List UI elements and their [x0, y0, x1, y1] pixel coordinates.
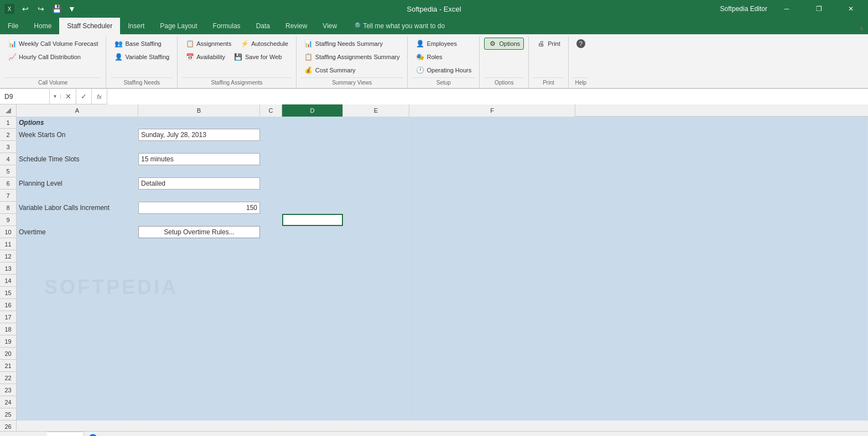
cell-empty[interactable]: [260, 311, 282, 323]
row-header-16[interactable]: 16: [0, 299, 17, 311]
cell-empty[interactable]: [260, 372, 282, 384]
cell-empty[interactable]: [409, 262, 868, 275]
cell-A10[interactable]: Overtime: [17, 226, 138, 238]
insert-function-button[interactable]: fx: [92, 89, 107, 104]
cell-F2[interactable]: [409, 129, 868, 141]
cell-A9[interactable]: [17, 214, 138, 226]
cell-empty[interactable]: [260, 360, 282, 372]
cell-empty[interactable]: [138, 396, 260, 408]
row-header-5[interactable]: 5: [0, 165, 17, 177]
row-header-22[interactable]: 22: [0, 372, 17, 384]
row-header-11[interactable]: 11: [0, 238, 17, 250]
cell-F7[interactable]: [409, 190, 868, 202]
cell-C8[interactable]: [260, 202, 282, 214]
cell-D5[interactable]: [282, 165, 343, 177]
cell-empty[interactable]: [17, 311, 138, 323]
row-header-13[interactable]: 13: [0, 262, 17, 275]
cell-empty[interactable]: [282, 396, 343, 408]
cell-empty[interactable]: [138, 287, 260, 299]
cell-B7[interactable]: [138, 190, 260, 202]
cell-empty[interactable]: [343, 323, 409, 335]
variable-staffing-button[interactable]: 👤 Variable Staffing: [111, 51, 173, 63]
cell-C11[interactable]: [260, 238, 282, 250]
cell-B8[interactable]: 150: [138, 202, 260, 214]
cell-empty[interactable]: [343, 275, 409, 287]
cell-A4[interactable]: Schedule Time Slots: [17, 153, 138, 165]
roles-button[interactable]: 🎭 Roles: [412, 51, 475, 63]
cell-empty[interactable]: [138, 360, 260, 372]
row-header-1[interactable]: 1: [0, 117, 17, 129]
cell-B11[interactable]: [138, 238, 260, 250]
cell-C7[interactable]: [260, 190, 282, 202]
maximize-button[interactable]: ❐: [806, 0, 831, 18]
undo-button[interactable]: ↩: [19, 2, 32, 15]
sheet-last-button[interactable]: ►|: [34, 433, 44, 437]
save-web-button[interactable]: 💾 Save for Web: [231, 51, 285, 63]
cell-empty[interactable]: [260, 287, 282, 299]
tab-home[interactable]: Home: [26, 18, 59, 34]
hourly-call-button[interactable]: 📈 Hourly Call Distribution: [4, 51, 101, 63]
cell-empty[interactable]: [260, 384, 282, 396]
cell-empty[interactable]: [260, 299, 282, 311]
cell-empty[interactable]: [343, 408, 409, 421]
formula-input[interactable]: [107, 89, 868, 104]
availability-button[interactable]: 📅 Availability: [182, 51, 228, 63]
row-header-17[interactable]: 17: [0, 311, 17, 323]
cell-empty[interactable]: [282, 323, 343, 335]
cell-empty[interactable]: [17, 384, 138, 396]
cell-E1[interactable]: [343, 117, 409, 129]
row-header-9[interactable]: 9: [0, 214, 17, 226]
cell-empty[interactable]: [343, 262, 409, 275]
cell-F1[interactable]: [409, 117, 868, 129]
cell-empty[interactable]: [409, 299, 868, 311]
options-button[interactable]: ⚙ Options: [484, 38, 524, 50]
cell-A7[interactable]: [17, 190, 138, 202]
weekly-call-volume-button[interactable]: 📊 Weekly Call Volume Forecast: [4, 38, 101, 50]
help-button[interactable]: ?: [573, 38, 589, 50]
row-header-23[interactable]: 23: [0, 384, 17, 396]
row-header-25[interactable]: 25: [0, 408, 17, 421]
select-all-button[interactable]: [0, 104, 17, 116]
cell-D4[interactable]: [282, 153, 343, 165]
cell-E5[interactable]: [343, 165, 409, 177]
row-header-7[interactable]: 7: [0, 190, 17, 202]
save-button[interactable]: 💾: [50, 2, 63, 15]
cell-empty[interactable]: [343, 360, 409, 372]
cell-B9[interactable]: [138, 214, 260, 226]
cell-empty[interactable]: [282, 275, 343, 287]
redo-button[interactable]: ↪: [34, 2, 48, 15]
cell-B6[interactable]: Detailed: [138, 177, 260, 190]
cell-D2[interactable]: [282, 129, 343, 141]
cell-empty[interactable]: [282, 348, 343, 360]
cell-empty[interactable]: [17, 323, 138, 335]
minimize-button[interactable]: ─: [774, 0, 799, 18]
staffing-needs-summary-button[interactable]: 📊 Staffing Needs Summary: [301, 38, 403, 50]
cell-empty[interactable]: [409, 372, 868, 384]
col-header-F[interactable]: F: [409, 104, 575, 117]
cell-C1[interactable]: [260, 117, 282, 129]
col-header-E[interactable]: E: [343, 104, 409, 117]
col-header-D[interactable]: D: [282, 104, 343, 117]
cell-E9[interactable]: [343, 214, 409, 226]
cell-empty[interactable]: [260, 250, 282, 262]
cell-A1[interactable]: Options: [17, 117, 138, 129]
cell-E8[interactable]: [343, 202, 409, 214]
col-header-B[interactable]: B: [138, 104, 260, 117]
cell-F6[interactable]: [409, 177, 868, 190]
cell-empty[interactable]: [138, 372, 260, 384]
cell-empty[interactable]: [409, 287, 868, 299]
cell-empty[interactable]: [409, 275, 868, 287]
cell-empty[interactable]: [260, 323, 282, 335]
row-header-20[interactable]: 20: [0, 348, 17, 360]
cell-empty[interactable]: [409, 311, 868, 323]
employees-button[interactable]: 👤 Employees: [412, 38, 475, 50]
row-header-14[interactable]: 14: [0, 275, 17, 287]
cell-empty[interactable]: [17, 372, 138, 384]
cell-empty[interactable]: [138, 335, 260, 348]
cell-D3[interactable]: [282, 141, 343, 153]
cell-empty[interactable]: [138, 262, 260, 275]
cell-D8[interactable]: [282, 202, 343, 214]
row-header-19[interactable]: 19: [0, 335, 17, 348]
tab-file[interactable]: File: [0, 18, 26, 34]
row-header-24[interactable]: 24: [0, 396, 17, 408]
